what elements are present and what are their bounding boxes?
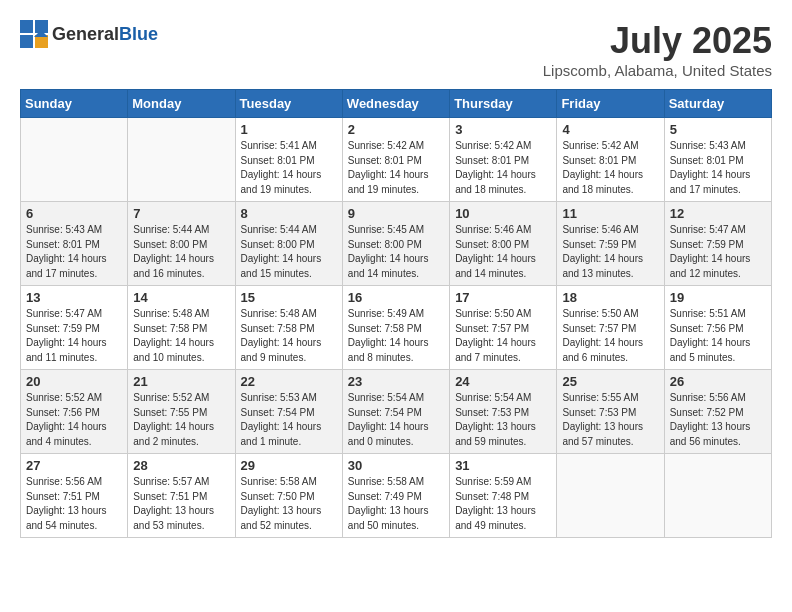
calendar-day-cell: 31Sunrise: 5:59 AMSunset: 7:48 PMDayligh… <box>450 454 557 538</box>
weekday-header-row: SundayMondayTuesdayWednesdayThursdayFrid… <box>21 90 772 118</box>
day-number: 8 <box>241 206 337 221</box>
day-number: 11 <box>562 206 658 221</box>
logo-blue: Blue <box>119 24 158 44</box>
day-info: Sunrise: 5:56 AMSunset: 7:52 PMDaylight:… <box>670 391 766 449</box>
day-number: 21 <box>133 374 229 389</box>
calendar-day-cell: 9Sunrise: 5:45 AMSunset: 8:00 PMDaylight… <box>342 202 449 286</box>
page-header: GeneralBlue July 2025 Lipscomb, Alabama,… <box>20 20 772 79</box>
calendar-day-cell: 21Sunrise: 5:52 AMSunset: 7:55 PMDayligh… <box>128 370 235 454</box>
calendar-day-cell: 8Sunrise: 5:44 AMSunset: 8:00 PMDaylight… <box>235 202 342 286</box>
calendar-day-cell: 23Sunrise: 5:54 AMSunset: 7:54 PMDayligh… <box>342 370 449 454</box>
day-number: 12 <box>670 206 766 221</box>
day-number: 24 <box>455 374 551 389</box>
calendar-day-cell: 3Sunrise: 5:42 AMSunset: 8:01 PMDaylight… <box>450 118 557 202</box>
calendar-week-row: 1Sunrise: 5:41 AMSunset: 8:01 PMDaylight… <box>21 118 772 202</box>
logo-text: GeneralBlue <box>52 24 158 45</box>
day-number: 19 <box>670 290 766 305</box>
calendar-week-row: 13Sunrise: 5:47 AMSunset: 7:59 PMDayligh… <box>21 286 772 370</box>
calendar-day-cell: 6Sunrise: 5:43 AMSunset: 8:01 PMDaylight… <box>21 202 128 286</box>
logo: GeneralBlue <box>20 20 158 48</box>
title-area: July 2025 Lipscomb, Alabama, United Stat… <box>543 20 772 79</box>
day-number: 14 <box>133 290 229 305</box>
day-info: Sunrise: 5:50 AMSunset: 7:57 PMDaylight:… <box>455 307 551 365</box>
calendar-day-cell: 1Sunrise: 5:41 AMSunset: 8:01 PMDaylight… <box>235 118 342 202</box>
calendar-day-cell: 14Sunrise: 5:48 AMSunset: 7:58 PMDayligh… <box>128 286 235 370</box>
day-info: Sunrise: 5:54 AMSunset: 7:53 PMDaylight:… <box>455 391 551 449</box>
svg-rect-0 <box>20 20 33 33</box>
day-info: Sunrise: 5:57 AMSunset: 7:51 PMDaylight:… <box>133 475 229 533</box>
calendar-day-cell <box>664 454 771 538</box>
day-number: 22 <box>241 374 337 389</box>
calendar-day-cell: 22Sunrise: 5:53 AMSunset: 7:54 PMDayligh… <box>235 370 342 454</box>
day-info: Sunrise: 5:41 AMSunset: 8:01 PMDaylight:… <box>241 139 337 197</box>
day-number: 26 <box>670 374 766 389</box>
calendar-day-cell: 7Sunrise: 5:44 AMSunset: 8:00 PMDaylight… <box>128 202 235 286</box>
calendar-day-cell: 18Sunrise: 5:50 AMSunset: 7:57 PMDayligh… <box>557 286 664 370</box>
day-number: 23 <box>348 374 444 389</box>
day-number: 25 <box>562 374 658 389</box>
calendar-day-cell: 4Sunrise: 5:42 AMSunset: 8:01 PMDaylight… <box>557 118 664 202</box>
day-number: 5 <box>670 122 766 137</box>
day-info: Sunrise: 5:43 AMSunset: 8:01 PMDaylight:… <box>26 223 122 281</box>
day-number: 3 <box>455 122 551 137</box>
day-number: 20 <box>26 374 122 389</box>
calendar-day-cell: 25Sunrise: 5:55 AMSunset: 7:53 PMDayligh… <box>557 370 664 454</box>
day-info: Sunrise: 5:46 AMSunset: 8:00 PMDaylight:… <box>455 223 551 281</box>
calendar-day-cell <box>128 118 235 202</box>
calendar-day-cell: 29Sunrise: 5:58 AMSunset: 7:50 PMDayligh… <box>235 454 342 538</box>
day-info: Sunrise: 5:48 AMSunset: 7:58 PMDaylight:… <box>241 307 337 365</box>
day-info: Sunrise: 5:50 AMSunset: 7:57 PMDaylight:… <box>562 307 658 365</box>
day-number: 17 <box>455 290 551 305</box>
calendar-day-cell: 26Sunrise: 5:56 AMSunset: 7:52 PMDayligh… <box>664 370 771 454</box>
day-info: Sunrise: 5:52 AMSunset: 7:56 PMDaylight:… <box>26 391 122 449</box>
calendar-day-cell: 12Sunrise: 5:47 AMSunset: 7:59 PMDayligh… <box>664 202 771 286</box>
day-info: Sunrise: 5:44 AMSunset: 8:00 PMDaylight:… <box>241 223 337 281</box>
calendar-day-cell: 17Sunrise: 5:50 AMSunset: 7:57 PMDayligh… <box>450 286 557 370</box>
day-number: 9 <box>348 206 444 221</box>
calendar-week-row: 27Sunrise: 5:56 AMSunset: 7:51 PMDayligh… <box>21 454 772 538</box>
calendar-day-cell: 16Sunrise: 5:49 AMSunset: 7:58 PMDayligh… <box>342 286 449 370</box>
weekday-header: Tuesday <box>235 90 342 118</box>
day-info: Sunrise: 5:56 AMSunset: 7:51 PMDaylight:… <box>26 475 122 533</box>
day-info: Sunrise: 5:47 AMSunset: 7:59 PMDaylight:… <box>670 223 766 281</box>
weekday-header: Saturday <box>664 90 771 118</box>
weekday-header: Thursday <box>450 90 557 118</box>
day-info: Sunrise: 5:42 AMSunset: 8:01 PMDaylight:… <box>455 139 551 197</box>
day-info: Sunrise: 5:59 AMSunset: 7:48 PMDaylight:… <box>455 475 551 533</box>
logo-general: General <box>52 24 119 44</box>
day-number: 13 <box>26 290 122 305</box>
day-info: Sunrise: 5:47 AMSunset: 7:59 PMDaylight:… <box>26 307 122 365</box>
day-number: 27 <box>26 458 122 473</box>
calendar-day-cell: 2Sunrise: 5:42 AMSunset: 8:01 PMDaylight… <box>342 118 449 202</box>
calendar-day-cell: 15Sunrise: 5:48 AMSunset: 7:58 PMDayligh… <box>235 286 342 370</box>
day-info: Sunrise: 5:42 AMSunset: 8:01 PMDaylight:… <box>562 139 658 197</box>
day-info: Sunrise: 5:49 AMSunset: 7:58 PMDaylight:… <box>348 307 444 365</box>
calendar-day-cell <box>557 454 664 538</box>
day-number: 2 <box>348 122 444 137</box>
day-info: Sunrise: 5:48 AMSunset: 7:58 PMDaylight:… <box>133 307 229 365</box>
day-number: 15 <box>241 290 337 305</box>
day-info: Sunrise: 5:44 AMSunset: 8:00 PMDaylight:… <box>133 223 229 281</box>
day-number: 4 <box>562 122 658 137</box>
calendar-week-row: 20Sunrise: 5:52 AMSunset: 7:56 PMDayligh… <box>21 370 772 454</box>
calendar-day-cell: 13Sunrise: 5:47 AMSunset: 7:59 PMDayligh… <box>21 286 128 370</box>
calendar-day-cell: 5Sunrise: 5:43 AMSunset: 8:01 PMDaylight… <box>664 118 771 202</box>
calendar-week-row: 6Sunrise: 5:43 AMSunset: 8:01 PMDaylight… <box>21 202 772 286</box>
day-number: 29 <box>241 458 337 473</box>
calendar-table: SundayMondayTuesdayWednesdayThursdayFrid… <box>20 89 772 538</box>
day-number: 16 <box>348 290 444 305</box>
calendar-day-cell <box>21 118 128 202</box>
weekday-header: Friday <box>557 90 664 118</box>
day-number: 30 <box>348 458 444 473</box>
day-number: 18 <box>562 290 658 305</box>
day-info: Sunrise: 5:43 AMSunset: 8:01 PMDaylight:… <box>670 139 766 197</box>
weekday-header: Monday <box>128 90 235 118</box>
calendar-day-cell: 27Sunrise: 5:56 AMSunset: 7:51 PMDayligh… <box>21 454 128 538</box>
logo-icon <box>20 20 48 48</box>
day-info: Sunrise: 5:58 AMSunset: 7:49 PMDaylight:… <box>348 475 444 533</box>
calendar-day-cell: 19Sunrise: 5:51 AMSunset: 7:56 PMDayligh… <box>664 286 771 370</box>
day-number: 6 <box>26 206 122 221</box>
day-info: Sunrise: 5:51 AMSunset: 7:56 PMDaylight:… <box>670 307 766 365</box>
day-number: 28 <box>133 458 229 473</box>
day-info: Sunrise: 5:53 AMSunset: 7:54 PMDaylight:… <box>241 391 337 449</box>
